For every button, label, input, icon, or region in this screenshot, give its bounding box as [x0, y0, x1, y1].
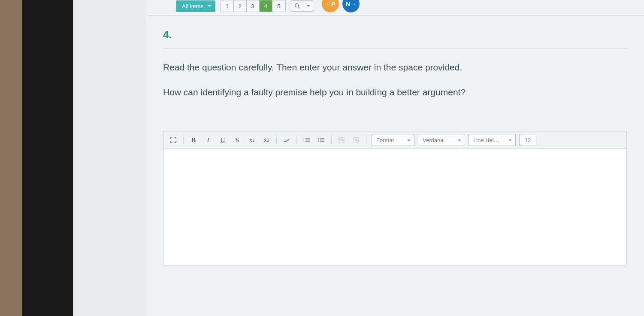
svg-line-1: [298, 7, 300, 9]
page-box-5[interactable]: 5: [272, 0, 285, 12]
prev-button[interactable]: ←P: [322, 0, 339, 12]
italic-button[interactable]: I: [202, 134, 215, 146]
svg-text:3: 3: [303, 140, 304, 143]
superscript-x: x: [264, 137, 267, 144]
format-select-label: Format: [376, 137, 394, 143]
toolbar-separator: [331, 135, 332, 145]
svg-point-11: [318, 138, 319, 139]
subscript-button[interactable]: x2: [245, 134, 258, 146]
svg-point-12: [318, 140, 319, 140]
all-items-dropdown[interactable]: All Items: [176, 0, 215, 12]
subscript-2: 2: [252, 138, 254, 143]
clear-format-button[interactable]: [280, 134, 293, 146]
page-box-1[interactable]: 1: [221, 0, 234, 12]
answer-textarea[interactable]: [163, 149, 626, 265]
bold-button[interactable]: B: [187, 134, 200, 146]
lineheight-select-label: Line Hei…: [473, 137, 499, 143]
search-dropdown[interactable]: [291, 0, 313, 12]
fontsize-select-label: 12: [525, 137, 531, 143]
photo-bezel-left: [0, 0, 73, 316]
svg-point-13: [318, 141, 319, 142]
page-box-4[interactable]: 4: [260, 0, 272, 12]
prev-next-nav: ←P N→: [322, 0, 360, 12]
page-navigator: 1 2 3 4 5: [221, 0, 286, 12]
question-prompt: How can identifying a faulty premise hel…: [163, 85, 627, 100]
lineheight-select[interactable]: Line Hei…: [469, 134, 516, 146]
toolbar-separator: [366, 135, 366, 145]
toolbar-separator: [296, 135, 297, 145]
outdent-button[interactable]: [335, 134, 348, 146]
page-box-3[interactable]: 3: [247, 0, 260, 12]
chevron-down-icon: [304, 1, 313, 11]
editor-toolbar: B I U S x2 x2 123 For: [163, 131, 626, 149]
next-button[interactable]: N→: [342, 0, 360, 12]
rich-text-editor: B I U S x2 x2 123 For: [163, 131, 627, 265]
svg-point-0: [295, 4, 299, 7]
toolbar-separator: [183, 135, 184, 145]
indent-button[interactable]: [350, 134, 363, 146]
unordered-list-button[interactable]: [315, 134, 328, 146]
question-instruction: Read the question carefully. Then enter …: [163, 60, 627, 75]
font-select[interactable]: Verdana: [418, 134, 465, 146]
divider: [163, 49, 627, 49]
question-number: 4.: [163, 29, 627, 41]
font-select-label: Verdana: [423, 137, 443, 143]
app-screen: All Items 1 2 3 4 5 ←P N→ 4. Read the qu…: [146, 0, 644, 316]
top-toolbar: All Items 1 2 3 4 5 ←P N→: [146, 0, 644, 15]
underline-button[interactable]: U: [216, 134, 229, 146]
page-box-2[interactable]: 2: [234, 0, 247, 12]
ordered-list-button[interactable]: 123: [300, 134, 313, 146]
superscript-button[interactable]: x2: [260, 134, 273, 146]
fontsize-select[interactable]: 12: [519, 134, 536, 146]
format-select[interactable]: Format: [372, 134, 414, 146]
search-icon: [291, 1, 304, 11]
toolbar-separator: [276, 135, 277, 145]
strikethrough-button[interactable]: S: [231, 134, 244, 146]
question-area: 4. Read the question carefully. Then ent…: [146, 16, 644, 118]
fullscreen-icon[interactable]: [167, 134, 180, 146]
subscript-x: x: [249, 137, 253, 144]
superscript-2: 2: [267, 138, 269, 143]
